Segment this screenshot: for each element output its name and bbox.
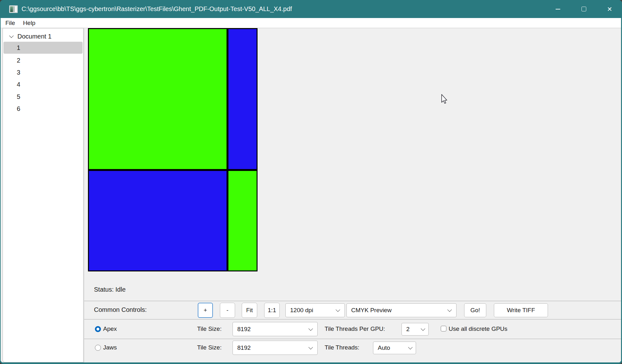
chevron-down-icon[interactable]: [9, 33, 14, 38]
zoom-out-button[interactable]: -: [220, 303, 235, 318]
jaws-tile-size-label: Tile Size:: [197, 344, 221, 351]
app-icon-stripe: [10, 6, 13, 12]
apex-threads-value: 2: [406, 326, 421, 333]
window-title: C:\ggsource\bb\TS\ggs-cybertron\Rasteriz…: [22, 0, 292, 18]
dpi-value: 1200 dpi: [290, 307, 336, 314]
minimize-icon: [556, 9, 560, 9]
close-icon: ✕: [607, 6, 613, 12]
go-button[interactable]: Go!: [464, 303, 486, 317]
page-tree-sidebar: Document 1 1 2 3 4 5 6: [3, 28, 84, 362]
apex-threads-dropdown[interactable]: 2: [401, 323, 429, 336]
chevron-down-icon: [308, 345, 313, 349]
jaws-tile-size-value: 8192: [237, 344, 309, 351]
page-preview-viewport[interactable]: [88, 28, 258, 271]
apex-tile-size-dropdown[interactable]: 8192: [233, 322, 318, 336]
page-item-label: 1: [17, 44, 20, 52]
jaws-label: Jaws: [103, 344, 117, 351]
app-window: C:\ggsource\bb\TS\ggs-cybertron\Rasteriz…: [0, 0, 622, 364]
menu-file[interactable]: File: [2, 19, 18, 27]
sidebar-page-item-3[interactable]: 3: [3, 66, 83, 78]
preview-mode-dropdown[interactable]: CMYK Preview: [346, 303, 457, 317]
preview-tile-blue: [88, 170, 227, 271]
tree-node-document[interactable]: Document 1: [3, 32, 52, 41]
preview-tile-green: [227, 170, 258, 271]
maximize-button[interactable]: [574, 0, 594, 18]
chevron-down-icon: [308, 326, 313, 331]
menu-help[interactable]: Help: [20, 19, 39, 27]
one-to-one-button[interactable]: 1:1: [264, 303, 280, 318]
maximize-icon: [582, 7, 586, 11]
common-controls-label: Common Controls:: [94, 306, 147, 313]
page-item-label: 6: [17, 105, 20, 112]
jaws-radio[interactable]: [95, 345, 101, 351]
jaws-threads-label: Tile Threads:: [325, 344, 359, 351]
sidebar-page-item-5[interactable]: 5: [3, 91, 83, 103]
menu-bar: File Help: [1, 18, 621, 28]
chevron-down-icon: [447, 307, 452, 312]
app-content: Document 1 1 2 3 4 5 6: [1, 28, 621, 362]
chevron-down-icon: [336, 307, 340, 312]
sidebar-page-item-4[interactable]: 4: [3, 78, 83, 90]
preview-panel: Status: Idle Common Controls: + - Fit 1:…: [84, 28, 621, 362]
fit-button[interactable]: Fit: [242, 303, 257, 318]
page-item-label: 2: [17, 57, 20, 64]
write-tiff-button[interactable]: Write TIFF: [494, 303, 548, 317]
use-all-gpus-label: Use all discrete GPUs: [449, 325, 507, 332]
title-bar[interactable]: C:\ggsource\bb\TS\ggs-cybertron\Rasteriz…: [0, 0, 622, 18]
chevron-down-icon: [421, 326, 425, 331]
page-item-label: 4: [17, 81, 20, 88]
minimize-button[interactable]: [548, 0, 568, 18]
status-text: Status: Idle: [94, 286, 126, 293]
app-icon: [9, 5, 18, 13]
apex-radio[interactable]: [95, 326, 101, 332]
jaws-threads-dropdown[interactable]: Auto: [373, 342, 416, 354]
app-icon-stripe: [15, 6, 17, 12]
apex-row: Apex Tile Size: 8192 Tile Threads Per GP…: [84, 319, 621, 339]
apex-tile-size-label: Tile Size:: [197, 325, 221, 332]
page-item-label: 3: [17, 69, 20, 76]
jaws-threads-value: Auto: [378, 344, 409, 351]
jaws-row: Jaws Tile Size: 8192 Tile Threads: Auto: [84, 339, 621, 362]
dpi-dropdown[interactable]: 1200 dpi: [285, 303, 345, 317]
zoom-in-button[interactable]: +: [198, 303, 213, 318]
apex-threads-label: Tile Threads Per GPU:: [325, 325, 385, 332]
sidebar-page-item-1[interactable]: 1: [3, 42, 83, 54]
tree-node-label: Document 1: [17, 33, 52, 40]
preview-mode-value: CMYK Preview: [351, 307, 448, 314]
jaws-tile-size-dropdown[interactable]: 8192: [233, 341, 318, 355]
preview-tile-blue: [227, 28, 258, 170]
sidebar-page-item-6[interactable]: 6: [3, 103, 83, 115]
close-button[interactable]: ✕: [600, 0, 619, 18]
chevron-down-icon: [408, 345, 413, 349]
page-item-label: 5: [17, 93, 20, 100]
client-area: File Help Document 1 1 2 3: [1, 18, 621, 362]
sidebar-page-item-2[interactable]: 2: [3, 54, 83, 66]
preview-tile-green: [88, 28, 227, 170]
app-icon-stripe: [13, 6, 15, 12]
apex-label: Apex: [103, 325, 117, 332]
apex-tile-size-value: 8192: [237, 326, 309, 333]
common-controls-row: Common Controls: + - Fit 1:1 1200 dpi CM…: [84, 301, 621, 319]
use-all-gpus-checkbox[interactable]: [441, 326, 446, 331]
